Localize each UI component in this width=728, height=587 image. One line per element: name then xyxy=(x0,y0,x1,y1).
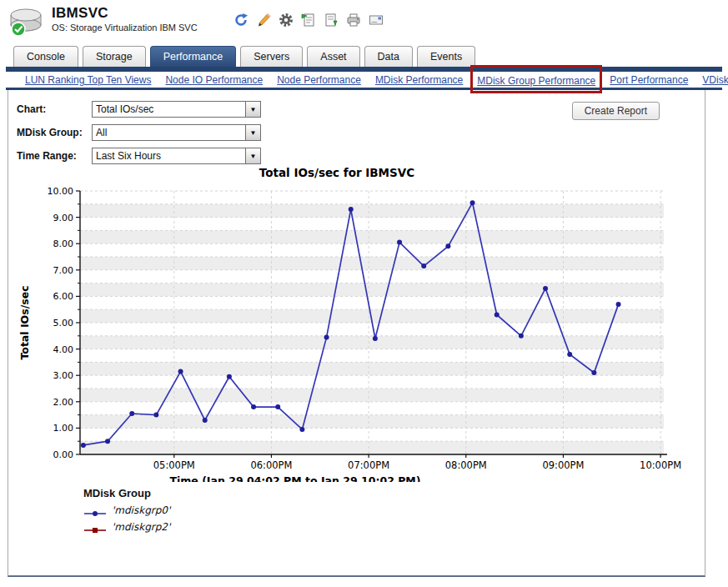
tab-performance[interactable]: Performance xyxy=(150,46,237,67)
chevron-down-icon[interactable]: ▼ xyxy=(245,148,260,163)
tab-data[interactable]: Data xyxy=(364,46,413,67)
chart-select[interactable]: Total IOs/sec ▼ xyxy=(92,101,261,118)
svg-text:07:00PM: 07:00PM xyxy=(348,459,389,471)
svg-text:2.00: 2.00 xyxy=(53,397,74,408)
svg-text:9.00: 9.00 xyxy=(53,213,74,223)
legend-item-mdiskgrp0: 'mdiskgrp0' xyxy=(83,504,170,516)
svg-text:06:00PM: 06:00PM xyxy=(250,459,292,471)
time-range-select[interactable]: Last Six Hours ▼ xyxy=(92,148,261,164)
content-panel: Chart: Total IOs/sec ▼ MDisk Group: All … xyxy=(8,90,705,577)
subnav-mdisk-group-performance-wrap: MDisk Group Performance xyxy=(477,73,595,88)
export-icon[interactable] xyxy=(323,12,339,28)
svg-text:09:00PM: 09:00PM xyxy=(542,459,584,471)
chart-legend: MDisk Group 'mdiskgrp0' 'mdiskg xyxy=(83,487,170,538)
legend-title: MDisk Group xyxy=(83,487,170,499)
chevron-down-icon[interactable]: ▼ xyxy=(245,125,260,140)
svg-text:Total IOs/sec for IBMSVC: Total IOs/sec for IBMSVC xyxy=(259,166,414,179)
performance-line-chart: 05:00PM06:00PM07:00PM08:00PM09:00PM10:00… xyxy=(8,163,706,482)
title-block: IBMSVC OS: Storage Virtualization IBM SV… xyxy=(52,5,198,33)
time-range-select-value: Last Six Hours xyxy=(93,150,245,162)
refresh-icon[interactable] xyxy=(233,12,249,28)
svg-text:Time (Jan 29 04:02 PM to Jan 2: Time (Jan 29 04:02 PM to Jan 29 10:02 PM… xyxy=(169,474,420,482)
subnav-node-performance[interactable]: Node Performance xyxy=(277,74,361,86)
tab-events[interactable]: Events xyxy=(417,46,475,67)
svg-text:3.00: 3.00 xyxy=(53,370,74,381)
page-subtitle: OS: Storage Virtualization IBM SVC xyxy=(52,23,198,33)
red-line-square-marker-icon xyxy=(83,523,107,531)
svg-text:8.00: 8.00 xyxy=(53,238,74,249)
filter-row-mdisk-group: MDisk Group: All ▼ xyxy=(17,124,261,141)
page-title: IBMSVC xyxy=(52,5,198,22)
svg-text:10:00PM: 10:00PM xyxy=(640,459,681,471)
filter-row-time-range: Time Range: Last Six Hours ▼ xyxy=(17,148,261,164)
app-window: IBMSVC OS: Storage Virtualization IBM SV… xyxy=(0,0,728,587)
filter-row-chart: Chart: Total IOs/sec ▼ xyxy=(17,101,261,118)
subnav-mdisk-group-performance[interactable]: MDisk Group Performance xyxy=(477,75,595,87)
email-icon[interactable] xyxy=(368,12,384,28)
subnav-lun-ranking[interactable]: LUN Ranking Top Ten Views xyxy=(25,74,151,86)
header-toolbar xyxy=(233,12,384,28)
tab-asset[interactable]: Asset xyxy=(307,46,359,67)
subnav-vdisk-performance[interactable]: VDisk Performance xyxy=(702,74,728,86)
print-icon[interactable] xyxy=(345,12,362,28)
chart-label: Chart: xyxy=(17,103,92,115)
tab-bar: Console Storage Performance Servers Asse… xyxy=(13,46,728,67)
tab-storage[interactable]: Storage xyxy=(83,46,146,67)
create-report-button[interactable]: Create Report xyxy=(572,102,660,120)
svg-text:Total IOs/sec: Total IOs/sec xyxy=(18,285,31,359)
svg-text:05:00PM: 05:00PM xyxy=(153,459,195,471)
svg-text:5.00: 5.00 xyxy=(53,318,74,329)
subnav-node-io-performance[interactable]: Node IO Performance xyxy=(165,74,263,86)
edit-pencil-icon[interactable] xyxy=(255,12,272,28)
mdisk-group-select-value: All xyxy=(93,127,245,138)
legend-item-mdiskgrp2: 'mdiskgrp2' xyxy=(83,521,170,533)
report-icon[interactable] xyxy=(300,12,317,28)
svg-text:08:00PM: 08:00PM xyxy=(445,459,487,471)
tab-servers[interactable]: Servers xyxy=(240,46,303,67)
tab-console[interactable]: Console xyxy=(13,46,78,67)
svg-text:6.00: 6.00 xyxy=(53,291,74,302)
storage-device-icon xyxy=(7,5,45,38)
time-range-label: Time Range: xyxy=(17,150,92,162)
svg-text:0.00: 0.00 xyxy=(53,449,74,460)
blue-line-circle-marker-icon xyxy=(83,506,107,514)
legend-series-name: 'mdiskgrp2' xyxy=(112,521,170,533)
subnav-port-performance[interactable]: Port Performance xyxy=(610,74,688,86)
svg-text:7.00: 7.00 xyxy=(53,265,74,276)
settings-gear-icon[interactable] xyxy=(278,12,294,28)
chevron-down-icon[interactable]: ▼ xyxy=(245,102,260,117)
chart-select-value: Total IOs/sec xyxy=(93,103,245,115)
svg-text:4.00: 4.00 xyxy=(53,344,74,355)
mdisk-group-select[interactable]: All ▼ xyxy=(92,124,261,141)
mdisk-group-label: MDisk Group: xyxy=(17,127,92,138)
subnav-mdisk-performance[interactable]: MDisk Performance xyxy=(375,74,463,86)
svg-text:1.00: 1.00 xyxy=(53,423,74,434)
header: IBMSVC OS: Storage Virtualization IBM SV… xyxy=(0,0,728,43)
subnav: LUN Ranking Top Ten Views Node IO Perfor… xyxy=(0,72,728,88)
legend-series-name: 'mdiskgrp0' xyxy=(112,504,170,516)
filters: Chart: Total IOs/sec ▼ MDisk Group: All … xyxy=(17,101,261,171)
svg-text:10.00: 10.00 xyxy=(48,186,74,197)
